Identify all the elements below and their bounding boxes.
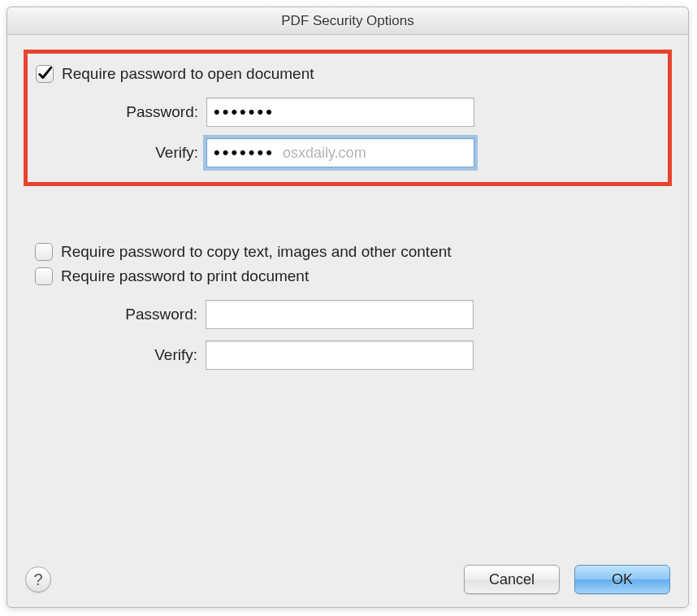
help-button[interactable]: ? bbox=[25, 566, 51, 592]
perm-verify-row: Verify: bbox=[35, 341, 672, 370]
open-password-input[interactable]: ••••••• bbox=[206, 98, 474, 127]
check-icon bbox=[37, 67, 52, 81]
perm-password-input[interactable] bbox=[206, 300, 474, 329]
button-group: Cancel OK bbox=[464, 565, 670, 594]
cancel-label: Cancel bbox=[489, 571, 535, 588]
ok-button[interactable]: OK bbox=[574, 565, 670, 594]
perm-verify-label: Verify: bbox=[35, 346, 206, 364]
window-titlebar: PDF Security Options bbox=[7, 7, 688, 35]
open-verify-row: Verify: ••••••• osxdaily.com bbox=[36, 138, 658, 167]
watermark-text: osxdaily.com bbox=[283, 145, 366, 162]
open-verify-input[interactable]: ••••••• osxdaily.com bbox=[206, 138, 474, 167]
perm-password-row: Password: bbox=[35, 300, 672, 329]
require-print-checkbox[interactable] bbox=[35, 267, 53, 285]
cancel-button[interactable]: Cancel bbox=[464, 565, 560, 594]
require-open-label: Require password to open document bbox=[62, 65, 314, 83]
open-password-row: Password: ••••••• bbox=[36, 98, 658, 127]
help-icon: ? bbox=[33, 570, 42, 589]
require-print-row: Require password to print document bbox=[35, 267, 672, 285]
window-title: PDF Security Options bbox=[281, 13, 413, 29]
open-verify-label: Verify: bbox=[36, 144, 206, 162]
require-copy-row: Require password to copy text, images an… bbox=[35, 243, 672, 261]
open-password-value: ••••••• bbox=[214, 103, 275, 121]
dialog-window: PDF Security Options Require password to… bbox=[6, 7, 689, 608]
require-open-checkbox[interactable] bbox=[36, 65, 54, 83]
dialog-footer: ? Cancel OK bbox=[25, 565, 670, 594]
require-copy-checkbox[interactable] bbox=[35, 243, 53, 261]
perm-verify-input[interactable] bbox=[206, 341, 474, 370]
open-verify-value: ••••••• bbox=[214, 144, 275, 162]
dialog-content: Require password to open document Passwo… bbox=[7, 35, 688, 607]
require-copy-label: Require password to copy text, images an… bbox=[61, 243, 452, 261]
perm-password-label: Password: bbox=[35, 306, 206, 323]
ok-label: OK bbox=[612, 571, 633, 588]
require-print-label: Require password to print document bbox=[61, 267, 309, 285]
open-password-section: Require password to open document Passwo… bbox=[24, 50, 672, 186]
permissions-section: Require password to copy text, images an… bbox=[24, 243, 672, 370]
open-password-label: Password: bbox=[36, 103, 206, 121]
require-open-row: Require password to open document bbox=[36, 65, 658, 83]
